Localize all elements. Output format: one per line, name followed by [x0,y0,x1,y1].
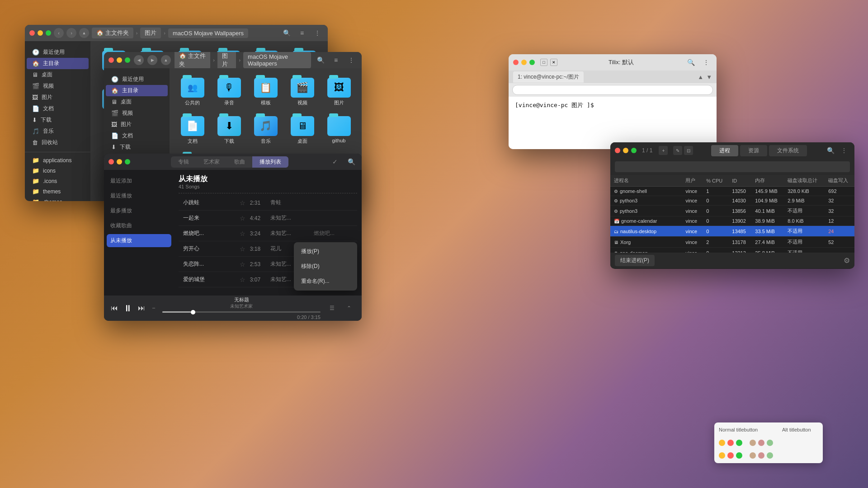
back-button-2[interactable]: ◀ [134,55,144,65]
music-sidebar-recent-add[interactable]: 最近添加 [104,174,174,188]
sysmon-tab-resources[interactable]: 资源 [740,145,767,156]
progress-track[interactable] [162,311,321,313]
terminal-close-x-button[interactable]: ✕ [550,59,557,66]
tb-demo-faded-yellow-2[interactable] [750,452,756,459]
tb-demo-green-2[interactable] [736,452,742,459]
terminal-prev-button[interactable]: ▲ [698,74,703,80]
sidebar-item-docs-2[interactable]: 📄 文档 [106,130,168,141]
sidebar-item-recent-2[interactable]: 🕐 最近使用 [106,74,168,85]
folder-github-2[interactable]: github [323,113,355,147]
breadcrumb-home[interactable]: 🏠 主文件夹 [92,28,133,38]
table-row[interactable]: 🖥Xorg vince 2 13178 27.4 MiB 不适用 52 [610,237,854,248]
maximize-button-music[interactable] [125,159,130,164]
maximize-button-2[interactable] [125,57,130,63]
sidebar-item-dot-themes[interactable]: 📁 .themes [27,197,89,201]
terminal-next-button[interactable]: ▼ [706,74,712,80]
table-row[interactable]: ⚙goa-daemon vince 0 13213 25.8 MiB 不适用 [610,248,854,253]
folder-templates-2[interactable]: 📋 模板 [250,75,282,109]
folder-recordings-2[interactable]: 🎙 录音 [213,75,245,109]
sidebar-item-downloads-2[interactable]: ⬇ 下载 [106,141,168,153]
close-button-music[interactable] [108,159,114,164]
tb-demo-red-1[interactable] [727,440,734,446]
sysmon-add-pane-button[interactable]: + [659,146,668,155]
tb-demo-faded-green-1[interactable] [767,440,773,446]
folder-downloads-2[interactable]: ⬇ 下载 [213,113,245,147]
close-button[interactable] [29,30,35,36]
tab-songs[interactable]: 歌曲 [227,156,252,168]
list-view-button-2[interactable]: ≡ [330,54,342,66]
sysmon-edit-button[interactable]: ✎ [673,146,682,155]
song-star-4[interactable]: ☆ [240,245,245,253]
music-sidebar-most-play[interactable]: 最多播放 [104,203,174,218]
terminal-tab-1[interactable]: 1: vince@vince-pc:~/图片 [513,71,584,83]
table-row[interactable]: ⚙gnome-shell vince 1 13250 145.9 MiB 328… [610,187,854,196]
folder-pictures-2[interactable]: 🖼 图片 [323,75,355,109]
sysmon-search-btn[interactable]: 🔍 [825,145,836,156]
search-button[interactable]: 🔍 [281,27,292,39]
sidebar-item-music[interactable]: 🎵 音乐 [27,126,89,137]
sidebar-item-video[interactable]: 🎬 视频 [27,80,89,92]
next-button[interactable]: ⏭ [138,304,145,312]
sidebar-item-applications[interactable]: 📁 applications [27,155,89,165]
tab-artist[interactable]: 艺术家 [196,156,227,168]
sidebar-item-themes[interactable]: 📁 themes [27,186,89,197]
sidebar-item-desktop[interactable]: 🖥 桌面 [27,69,89,80]
song-row-3[interactable]: 燃烧吧... ☆ 3:24 未知艺... 燃烧吧... [179,226,357,241]
expand-button[interactable]: ⌃ [343,302,355,314]
ctx-play[interactable]: 播放(P) [294,244,357,259]
minimize-button-music[interactable] [117,159,122,164]
breadcrumb-pics[interactable]: 图片 [140,28,161,38]
breadcrumb-pics-2[interactable]: 图片 [217,52,236,70]
tb-demo-red-2[interactable] [727,452,734,459]
sidebar-item-icons[interactable]: 📁 icons [27,165,89,176]
folder-music-2[interactable]: 🎵 音乐 [250,113,282,147]
menu-button[interactable]: ⋮ [311,27,323,39]
song-star-5[interactable]: ☆ [240,261,245,268]
sidebar-item-home[interactable]: 🏠 主目录 [27,58,89,69]
minimize-button[interactable] [38,30,43,36]
tab-album[interactable]: 专辑 [171,156,196,168]
close-button-2[interactable] [108,57,114,63]
playlist-search-button[interactable]: 🔍 [345,156,357,168]
tb-demo-green-1[interactable] [736,440,742,446]
song-row-1[interactable]: 小跳蛙 ☆ 2:31 青蛙 [179,195,357,211]
pause-button[interactable]: ⏸ [123,303,132,314]
sysmon-menu-btn[interactable]: ⋮ [838,145,850,156]
sidebar-item-desktop-2[interactable]: 🖥 桌面 [106,96,168,108]
menu-button-2[interactable]: ⋮ [345,54,357,66]
back-button[interactable]: ‹ [54,28,64,38]
music-sidebar-favorites[interactable]: 收藏歌曲 [104,218,174,233]
prev-button[interactable]: ⏮ [111,304,118,312]
tb-demo-faded-red-1[interactable] [758,440,764,446]
folder-documents-2[interactable]: 📄 文档 [176,113,208,147]
music-sidebar-recent-play[interactable]: 最近播放 [104,188,174,203]
sysmon-gear-icon[interactable]: ⚙ [844,256,850,265]
song-star-3[interactable]: ☆ [240,230,245,237]
breadcrumb-home-2[interactable]: 🏠 主文件夹 [175,52,210,70]
table-row-selected[interactable]: 🗂nautilus-desktop vince 0 13485 33.5 MiB… [610,226,854,237]
playlist-check-button[interactable]: ✓ [329,156,341,168]
tab-playlist[interactable]: 播放列表 [252,156,288,168]
table-row[interactable]: 📅gnome-calendar vince 0 13902 38.9 MiB 8… [610,216,854,226]
sidebar-item-docs[interactable]: 📄 文档 [27,103,89,114]
minimize-button-2[interactable] [117,57,122,63]
maximize-button-sysmon[interactable] [631,148,637,153]
song-star-2[interactable]: ☆ [240,215,245,222]
kill-process-button[interactable]: 结束进程(P) [615,255,655,266]
search-button-2[interactable]: 🔍 [315,54,326,66]
tb-demo-faded-green-2[interactable] [767,452,773,459]
close-button-sysmon[interactable] [615,148,620,153]
breadcrumb-wallpapers-2[interactable]: macOS Mojave Wallpapers [243,52,311,68]
minimize-button-sysmon[interactable] [623,148,628,153]
folder-desktop-2[interactable]: 🖥 桌面 [286,113,318,147]
tb-demo-yellow-1[interactable] [719,440,725,446]
terminal-menu-button[interactable]: ⋮ [700,56,712,68]
sidebar-item-pictures[interactable]: 🖼 图片 [27,92,89,103]
playlist-mode-button[interactable]: ☰ [326,302,338,314]
sidebar-item-recent[interactable]: 🕐 最近使用 [27,47,89,58]
ctx-rename[interactable]: 重命名(R)... [294,274,357,289]
sidebar-item-downloads[interactable]: ⬇ 下载 [27,114,89,126]
folder-public-2[interactable]: 👥 公共的 [176,75,208,109]
progress-thumb[interactable] [191,310,195,314]
minimize-button-terminal[interactable] [521,60,527,65]
